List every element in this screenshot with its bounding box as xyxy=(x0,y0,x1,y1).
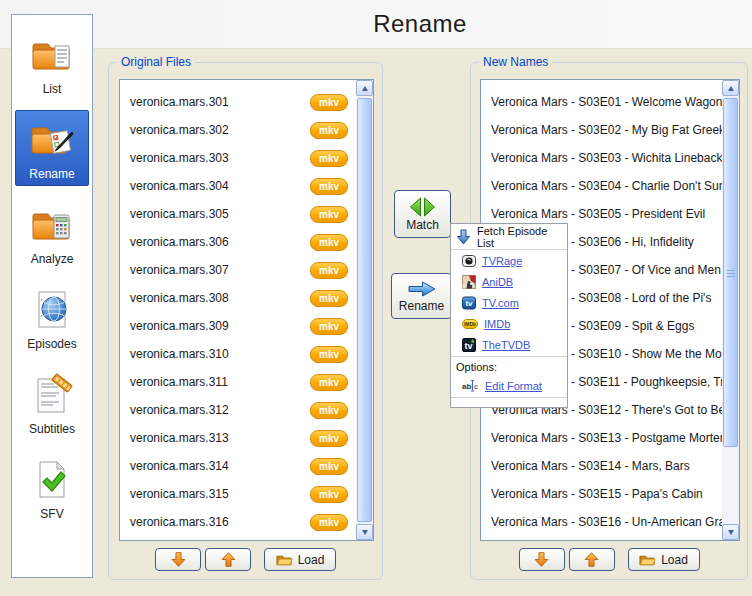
open-folder-icon xyxy=(276,553,293,567)
file-row[interactable]: veronica.mars.310 mkv xyxy=(120,340,356,368)
file-row[interactable]: veronica.mars.311 mkv xyxy=(120,368,356,396)
new-name-text: Veronica Mars - S03E05 - President Evil xyxy=(491,207,705,221)
sidebar-item-label: List xyxy=(43,82,62,96)
scrollbar-thumb[interactable] xyxy=(723,98,738,447)
rename-button[interactable]: Rename xyxy=(391,273,452,319)
file-ext-badge: mkv xyxy=(310,234,348,251)
scrollbar-thumb[interactable] xyxy=(357,98,372,522)
source-item-anidb[interactable]: AniDB xyxy=(451,271,567,292)
move-up-button[interactable] xyxy=(205,548,251,571)
file-row[interactable]: veronica.mars.312 mkv xyxy=(120,396,356,424)
file-row[interactable]: veronica.mars.304 mkv xyxy=(120,172,356,200)
name-row[interactable]: Veronica Mars - S03E04 - Charlie Don't S… xyxy=(481,172,722,200)
source-item-tvrage[interactable]: TVRage xyxy=(451,250,567,271)
source-link[interactable]: TheTVDB xyxy=(482,339,530,351)
move-up-button[interactable] xyxy=(569,548,615,571)
file-name: veronica.mars.308 xyxy=(130,291,229,305)
load-button[interactable]: Load xyxy=(264,548,336,571)
file-name: veronica.mars.311 xyxy=(130,375,228,389)
folder-list-icon xyxy=(28,31,76,79)
source-link[interactable]: AniDB xyxy=(482,276,513,288)
sidebar-item-sfv[interactable]: SFV xyxy=(15,450,89,526)
file-row[interactable]: veronica.mars.302 mkv xyxy=(120,116,356,144)
source-link[interactable]: TV.com xyxy=(482,297,519,309)
file-row[interactable]: veronica.mars.301 mkv xyxy=(120,88,356,116)
file-name: veronica.mars.305 xyxy=(130,207,229,221)
match-button-label: Match xyxy=(406,218,439,232)
arrow-down-icon xyxy=(362,530,368,535)
source-item-tvcom[interactable]: tv TV.com xyxy=(451,292,567,313)
scroll-down-button[interactable] xyxy=(356,524,373,540)
imdb-icon: IMDb xyxy=(462,318,478,330)
name-row[interactable]: Veronica Mars - S03E14 - Mars, Bars xyxy=(481,452,722,480)
page-title: Rename xyxy=(95,10,745,38)
new-name-text: Veronica Mars - S03E15 - Papa's Cabin xyxy=(491,487,703,501)
file-row[interactable]: veronica.mars.307 mkv xyxy=(120,256,356,284)
file-row[interactable]: veronica.mars.314 mkv xyxy=(120,452,356,480)
file-name: veronica.mars.316 xyxy=(130,515,229,529)
file-name: veronica.mars.313 xyxy=(130,431,229,445)
match-arrows-icon xyxy=(409,197,436,217)
move-down-button[interactable] xyxy=(155,548,201,571)
file-row[interactable]: veronica.mars.315 mkv xyxy=(120,480,356,508)
scrollbar-track[interactable] xyxy=(722,96,739,524)
scroll-up-button[interactable] xyxy=(356,80,373,96)
name-row[interactable]: Veronica Mars - S03E13 - Postgame Mortem xyxy=(481,424,722,452)
name-row[interactable]: Veronica Mars - S03E16 - Un-American Gra… xyxy=(481,508,722,536)
source-link[interactable]: TVRage xyxy=(482,255,522,267)
new-name-text: Veronica Mars - S03E16 - Un-American Gra… xyxy=(491,515,722,529)
arrow-down-icon xyxy=(728,530,734,535)
file-row[interactable]: veronica.mars.305 mkv xyxy=(120,200,356,228)
source-link[interactable]: IMDb xyxy=(484,318,510,330)
file-name: veronica.mars.312 xyxy=(130,403,229,417)
new-name-text: Veronica Mars - S03E03 - Wichita Linebac… xyxy=(491,151,722,165)
file-row[interactable]: veronica.mars.309 mkv xyxy=(120,312,356,340)
sidebar-item-analyze[interactable]: Analyze xyxy=(15,195,89,271)
file-row[interactable]: veronica.mars.306 mkv xyxy=(120,228,356,256)
scroll-down-button[interactable] xyxy=(722,524,739,540)
file-ext-badge: mkv xyxy=(310,430,348,447)
source-item-imdb[interactable]: IMDb IMDb xyxy=(451,313,567,334)
sidebar-item-list[interactable]: List xyxy=(15,25,89,101)
file-ext-badge: mkv xyxy=(310,206,348,223)
popup-footer-blank xyxy=(451,399,567,407)
match-button[interactable]: Match xyxy=(394,190,451,238)
sidebar-item-label: Subtitles xyxy=(29,422,75,436)
file-ext-badge: mkv xyxy=(310,402,348,419)
file-row[interactable]: veronica.mars.313 mkv xyxy=(120,424,356,452)
scroll-up-button[interactable] xyxy=(722,80,739,96)
sidebar-item-episodes[interactable]: Episodes xyxy=(15,280,89,356)
fetch-download-icon xyxy=(456,229,471,245)
file-name: veronica.mars.314 xyxy=(130,459,229,473)
name-row[interactable]: Veronica Mars - S03E03 - Wichita Linebac… xyxy=(481,144,722,172)
move-down-button[interactable] xyxy=(519,548,565,571)
scrollbar[interactable] xyxy=(356,80,373,540)
orange-up-arrow-icon xyxy=(220,551,237,568)
file-row[interactable]: veronica.mars.308 mkv xyxy=(120,284,356,312)
edit-format-link[interactable]: Edit Format xyxy=(485,380,542,392)
scrollbar-track[interactable] xyxy=(356,96,373,524)
popup-header-label: Fetch Episode List xyxy=(477,225,562,249)
sidebar-item-subtitles[interactable]: Subtitles xyxy=(15,365,89,441)
name-row[interactable]: Veronica Mars - S03E15 - Papa's Cabin xyxy=(481,480,722,508)
anidb-icon xyxy=(462,275,476,289)
popup-separator xyxy=(451,356,567,357)
edit-format-item[interactable]: ab c Edit Format xyxy=(451,375,567,396)
file-row[interactable]: veronica.mars.316 mkv xyxy=(120,508,356,536)
new-name-text: Veronica Mars - S03E02 - My Big Fat Gree… xyxy=(491,123,722,137)
thetvdb-icon: tv xyxy=(462,338,476,352)
new-name-text: Veronica Mars - S03E13 - Postgame Mortem xyxy=(491,431,722,445)
name-row[interactable]: Veronica Mars - S03E01 - Welcome Wagon xyxy=(481,88,722,116)
source-item-thetvdb[interactable]: tv TheTVDB xyxy=(451,334,567,355)
file-ext-badge: mkv xyxy=(310,290,348,307)
sidebar-item-rename[interactable]: Rename xyxy=(15,110,89,186)
load-button[interactable]: Load xyxy=(628,548,700,571)
file-row[interactable]: veronica.mars.303 mkv xyxy=(120,144,356,172)
file-ext-badge: mkv xyxy=(310,318,348,335)
name-row[interactable]: Veronica Mars - S03E02 - My Big Fat Gree… xyxy=(481,116,722,144)
svg-text:tv: tv xyxy=(465,299,473,308)
scrollbar[interactable] xyxy=(722,80,739,540)
file-ext-badge: mkv xyxy=(310,150,348,167)
original-files-rows: veronica.mars.301 mkv veronica.mars.302 … xyxy=(120,80,356,540)
arrow-up-icon xyxy=(728,86,734,91)
